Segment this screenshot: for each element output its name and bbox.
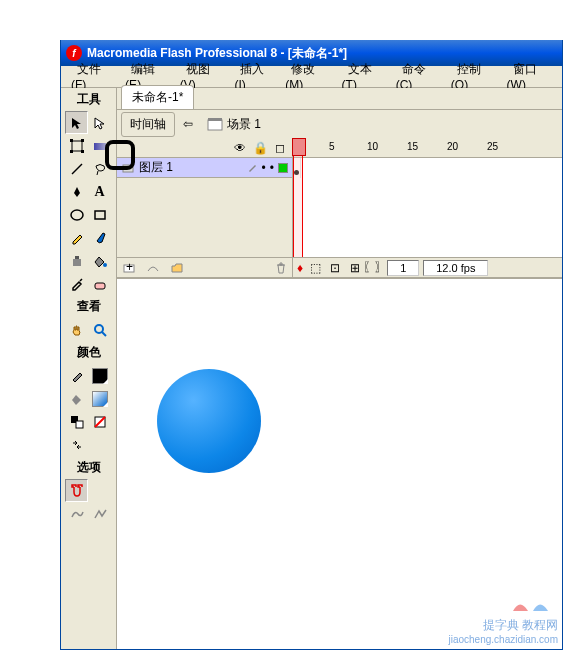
playhead-marker-icon: ♦ bbox=[297, 261, 303, 275]
ruler-15: 15 bbox=[407, 141, 418, 152]
svg-rect-2 bbox=[81, 139, 84, 142]
eraser-tool[interactable] bbox=[88, 272, 111, 295]
layer-visible-dot[interactable]: • bbox=[262, 161, 266, 175]
layer-outline-color[interactable] bbox=[278, 163, 288, 173]
svg-rect-3 bbox=[70, 150, 73, 153]
timeline-header: 时间轴 ⇦ 场景 1 bbox=[117, 110, 562, 138]
rectangle-tool[interactable] bbox=[88, 203, 111, 226]
scene-button[interactable]: 场景 1 bbox=[201, 114, 267, 135]
oval-tool[interactable] bbox=[65, 203, 88, 226]
timeline-status-bar: ♦ ⬚ ⊡ ⊞ 〖〗 1 12.0 fps bbox=[293, 257, 562, 277]
smooth-option[interactable] bbox=[65, 502, 88, 525]
svg-point-13 bbox=[95, 325, 103, 333]
svg-rect-8 bbox=[95, 211, 105, 219]
layer-header: 👁 🔒 ◻ bbox=[117, 138, 292, 158]
onion-skin-btn[interactable]: ⬚ bbox=[307, 260, 323, 276]
app-window: f Macromedia Flash Professional 8 - [未命名… bbox=[60, 40, 563, 650]
add-guide-btn[interactable] bbox=[145, 260, 161, 276]
hand-tool[interactable] bbox=[65, 318, 88, 341]
layer-bottom-bar: + bbox=[117, 257, 293, 277]
lasso-tool[interactable] bbox=[88, 157, 111, 180]
color-header: 颜色 bbox=[61, 341, 116, 364]
stage[interactable]: 提字典 教程网 jiaocheng.chazidian.com bbox=[117, 278, 562, 649]
frame-track[interactable] bbox=[293, 158, 562, 178]
scene-label: 场景 1 bbox=[227, 116, 261, 133]
zoom-tool[interactable] bbox=[88, 318, 111, 341]
watermark: 提字典 教程网 jiaocheng.chazidian.com bbox=[444, 589, 562, 649]
ruler-20: 20 bbox=[447, 141, 458, 152]
svg-rect-0 bbox=[72, 141, 82, 151]
line-tool[interactable] bbox=[65, 157, 88, 180]
watermark-text1: 提字典 教程网 bbox=[448, 617, 558, 634]
modify-markers-btn[interactable]: 〖〗 bbox=[367, 260, 383, 276]
text-tool[interactable]: A bbox=[88, 180, 111, 203]
tools-grid: A bbox=[61, 111, 116, 295]
lock-icon[interactable]: 🔒 bbox=[252, 140, 268, 156]
outline-icon[interactable]: ◻ bbox=[272, 140, 288, 156]
fill-color-icon bbox=[65, 387, 88, 410]
snap-option[interactable] bbox=[65, 479, 88, 502]
svg-rect-4 bbox=[81, 150, 84, 153]
svg-line-6 bbox=[72, 164, 82, 174]
svg-text:+: + bbox=[126, 261, 133, 274]
document-tab[interactable]: 未命名-1* bbox=[121, 85, 194, 109]
svg-line-14 bbox=[102, 332, 106, 336]
fill-color-swatch[interactable] bbox=[88, 387, 111, 410]
gradient-transform-tool[interactable] bbox=[88, 134, 111, 157]
workspace: 工具 A 查看 bbox=[61, 88, 562, 649]
layer-pencil-icon bbox=[248, 163, 258, 173]
svg-rect-9 bbox=[73, 259, 81, 266]
watermark-text2: jiaocheng.chazidian.com bbox=[448, 634, 558, 645]
svg-rect-10 bbox=[75, 256, 79, 259]
svg-rect-1 bbox=[70, 139, 73, 142]
svg-point-11 bbox=[103, 263, 107, 267]
stroke-color-swatch[interactable] bbox=[88, 364, 111, 387]
selection-tool[interactable] bbox=[65, 111, 88, 134]
add-folder-btn[interactable] bbox=[169, 260, 185, 276]
watermark-logo-icon bbox=[508, 593, 558, 617]
back-arrow-icon[interactable]: ⇦ bbox=[183, 117, 193, 131]
free-transform-tool[interactable] bbox=[65, 134, 88, 157]
svg-rect-12 bbox=[95, 283, 105, 289]
add-layer-btn[interactable]: + bbox=[121, 260, 137, 276]
layer-row[interactable]: 图层 1 • • bbox=[117, 158, 292, 178]
frame-rate: 12.0 fps bbox=[423, 260, 488, 276]
pen-tool[interactable] bbox=[65, 180, 88, 203]
pencil-tool[interactable] bbox=[65, 226, 88, 249]
brush-tool[interactable] bbox=[88, 226, 111, 249]
stroke-color-icon bbox=[65, 364, 88, 387]
current-frame: 1 bbox=[387, 260, 419, 276]
delete-layer-btn[interactable] bbox=[273, 260, 289, 276]
timeline-panel: 👁 🔒 ◻ 图层 1 • • + bbox=[117, 138, 562, 278]
layer-icon bbox=[121, 161, 135, 175]
subselection-tool[interactable] bbox=[88, 111, 111, 134]
options-header: 选项 bbox=[61, 456, 116, 479]
blue-ball-shape[interactable] bbox=[157, 369, 261, 473]
black-white-btn[interactable] bbox=[65, 410, 88, 433]
layer-area: 👁 🔒 ◻ 图层 1 • • + bbox=[117, 138, 293, 277]
ink-bottle-tool[interactable] bbox=[65, 249, 88, 272]
ruler-5: 5 bbox=[329, 141, 335, 152]
swap-colors-btn[interactable] bbox=[65, 433, 88, 456]
timeline-toggle-btn[interactable]: 时间轴 bbox=[121, 112, 175, 137]
eyedropper-tool[interactable] bbox=[65, 272, 88, 295]
svg-rect-16 bbox=[76, 421, 83, 428]
svg-rect-20 bbox=[208, 118, 222, 121]
scene-icon bbox=[207, 117, 223, 131]
no-color-btn[interactable] bbox=[88, 410, 111, 433]
document-tabs: 未命名-1* bbox=[117, 88, 562, 110]
straighten-option[interactable] bbox=[88, 502, 111, 525]
layer-name: 图层 1 bbox=[139, 159, 173, 176]
layer-lock-dot[interactable]: • bbox=[270, 161, 274, 175]
view-header: 查看 bbox=[61, 295, 116, 318]
eye-icon[interactable]: 👁 bbox=[232, 140, 248, 156]
document-area: 未命名-1* 时间轴 ⇦ 场景 1 👁 🔒 ◻ bbox=[117, 88, 562, 649]
ruler-10: 10 bbox=[367, 141, 378, 152]
paint-bucket-tool[interactable] bbox=[88, 249, 111, 272]
ruler-25: 25 bbox=[487, 141, 498, 152]
edit-multiple-btn[interactable]: ⊞ bbox=[347, 260, 363, 276]
tools-panel: 工具 A 查看 bbox=[61, 88, 117, 649]
onion-outline-btn[interactable]: ⊡ bbox=[327, 260, 343, 276]
tools-header: 工具 bbox=[61, 88, 116, 111]
frame-ruler: 1 5 10 15 20 25 bbox=[293, 138, 562, 158]
